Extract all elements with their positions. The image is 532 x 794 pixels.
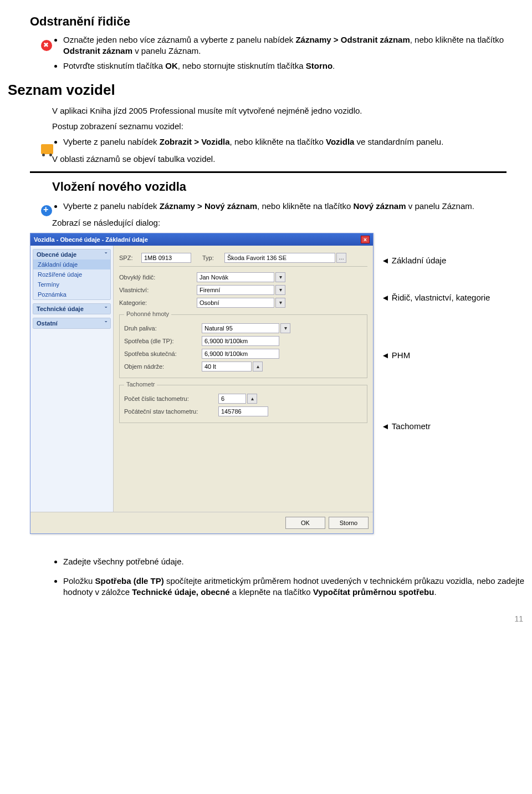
legend-fuel: Pohonné hmoty: [124, 311, 171, 317]
chevron-icon: ˇ: [105, 306, 107, 312]
sidebar-item-basic[interactable]: Základní údaje: [33, 259, 110, 269]
new-vehicle-steps: Vyberte z panelu nabídek Záznamy > Nový …: [63, 201, 528, 212]
final-steps: Zadejte všechny potřebné údaje. Položku …: [63, 556, 528, 598]
label-category: Kategorie:: [119, 299, 197, 306]
delete-driver-steps: Označte jeden nebo více záznamů a vybert…: [63, 34, 528, 72]
chevron-icon: ˇ: [105, 251, 107, 258]
ok-button[interactable]: OK: [285, 517, 325, 529]
input-consumption-real[interactable]: [202, 349, 279, 359]
dropdown-icon[interactable]: …: [336, 253, 346, 263]
input-driver[interactable]: [197, 272, 274, 282]
heading-delete-driver: Odstranění řidiče: [30, 14, 528, 29]
chevron-icon: ˇ: [105, 320, 107, 327]
label-tacho-start: Počáteční stav tachometru:: [124, 408, 218, 415]
paragraph: V oblasti záznamů se objeví tabulka vozi…: [52, 154, 528, 165]
list-item: Položku Spotřeba (dle TP) spočítejte ari…: [63, 576, 528, 598]
list-item: Vyberte z panelu nabídek Záznamy > Nový …: [63, 201, 528, 212]
fieldset-tacho: Tachometr Počet číslic tachometru: ▴ Poč…: [119, 385, 367, 423]
dropdown-icon[interactable]: ▾: [275, 285, 285, 295]
paragraph: Postup zobrazení seznamu vozidel:: [52, 121, 528, 132]
cancel-button[interactable]: Storno: [329, 517, 369, 529]
divider: [30, 171, 507, 173]
vehicle-list-steps: Vyberte z panelu nabídek Zobrazit > Vozi…: [63, 136, 528, 147]
sidebar-item-extended[interactable]: Rozšířené údaje: [33, 269, 110, 279]
sidebar-item-note[interactable]: Poznámka: [33, 289, 110, 299]
callout-basic: ◄Základní údaje: [381, 255, 490, 266]
input-tank[interactable]: [202, 362, 252, 371]
input-tacho-digits[interactable]: [218, 394, 246, 404]
triangle-left-icon: ◄: [381, 256, 390, 265]
triangle-left-icon: ◄: [381, 350, 390, 360]
sidebar-item-dates[interactable]: Termíny: [33, 279, 110, 289]
heading-new-vehicle: Vložení nového vozidla: [52, 180, 528, 194]
spinner-icon[interactable]: ▴: [253, 362, 263, 371]
label-fuel-type: Druh paliva:: [124, 325, 202, 332]
input-ownership[interactable]: [197, 285, 274, 295]
input-consumption-tp[interactable]: [202, 336, 279, 346]
dropdown-icon[interactable]: ▾: [280, 323, 290, 333]
paragraph: V aplikaci Kniha jízd 2005 Professional …: [52, 105, 528, 116]
delete-icon: [41, 40, 54, 53]
callout-tacho: ◄Tachometr: [381, 421, 490, 432]
sidebar-group-general[interactable]: Obecné údaje ˇ: [33, 250, 110, 259]
callout-column: ◄Základní údaje ◄Řidič, vlastnictví, kat…: [381, 233, 490, 432]
label-consumption-real: Spotřeba skutečná:: [124, 350, 202, 357]
list-item: Zadejte všechny potřebné údaje.: [63, 556, 528, 567]
page-number: 11: [0, 614, 523, 623]
heading-vehicle-list: Seznam vozidel: [8, 82, 528, 99]
input-category[interactable]: [197, 298, 274, 308]
truck-icon: [41, 144, 54, 157]
sidebar-group-technical[interactable]: Technické údaje ˇ: [33, 304, 110, 314]
triangle-left-icon: ◄: [381, 421, 390, 431]
input-typ[interactable]: [224, 253, 335, 263]
triangle-left-icon: ◄: [381, 293, 390, 302]
spinner-icon[interactable]: ▴: [247, 394, 257, 404]
label-consumption-tp: Spotřeba (dle TP):: [124, 338, 202, 344]
dialog-titlebar[interactable]: Vozidla - Obecné údaje - Základní údaje …: [30, 233, 373, 246]
input-tacho-start[interactable]: [218, 406, 268, 416]
fieldset-fuel: Pohonné hmoty Druh paliva: ▾ Spotřeba (d…: [119, 314, 367, 378]
input-fuel-type[interactable]: [202, 323, 279, 333]
dropdown-icon[interactable]: ▾: [275, 298, 285, 308]
list-item: Vyberte z panelu nabídek Zobrazit > Vozi…: [63, 136, 528, 147]
add-icon: [41, 205, 54, 218]
list-item: Potvrďte stisknutím tlačítka OK, nebo st…: [63, 60, 528, 72]
label-ownership: Vlastnictví:: [119, 287, 197, 293]
dialog-sidebar: Obecné údaje ˇ Základní údaje Rozšířené …: [30, 246, 114, 512]
label-driver: Obvyklý řidič:: [119, 274, 197, 281]
paragraph: Zobrazí se následující dialog:: [52, 217, 528, 228]
dialog-title: Vozidla - Obecné údaje - Základní údaje: [34, 236, 148, 243]
callout-driver: ◄Řidič, vlastnictví, kategorie: [381, 292, 490, 303]
callout-phm: ◄PHM: [381, 350, 490, 361]
dialog-main: SPZ: Typ: … Obvyklý řidič: ▾ Vlastnictví…: [114, 246, 373, 512]
label-spz: SPZ:: [119, 255, 141, 261]
legend-tacho: Tachometr: [124, 381, 157, 388]
dialog-vehicle: Vozidla - Obecné údaje - Základní údaje …: [30, 233, 374, 534]
dropdown-icon[interactable]: ▾: [275, 272, 285, 282]
close-icon[interactable]: ×: [361, 236, 370, 243]
label-tank: Objem nádrže:: [124, 363, 202, 370]
sidebar-group-other[interactable]: Ostatní ˇ: [33, 318, 110, 328]
dialog-footer: OK Storno: [30, 512, 373, 533]
label-typ: Typ:: [202, 255, 224, 261]
input-spz[interactable]: [141, 253, 191, 263]
label-tacho-digits: Počet číslic tachometru:: [124, 395, 218, 402]
list-item: Označte jeden nebo více záznamů a vybert…: [63, 34, 528, 57]
